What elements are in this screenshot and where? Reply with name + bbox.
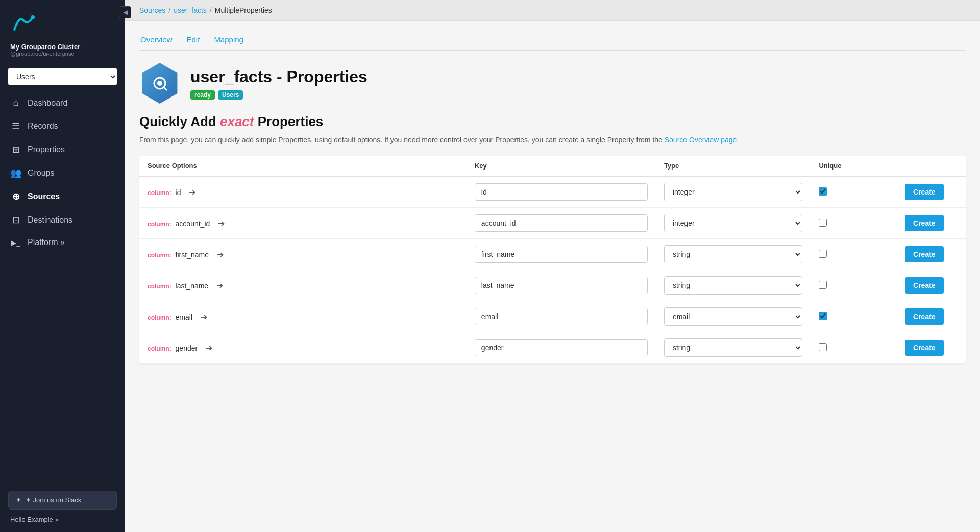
key-cell — [467, 239, 656, 270]
arrow-icon: ➔ — [201, 312, 207, 321]
sidebar-bottom: ✦ ✦ Join us on Slack Hello Example » — [0, 482, 125, 532]
type-select[interactable]: integerstringemailfloatbooleandate — [664, 183, 803, 201]
type-select[interactable]: integerstringemailfloatbooleandate — [664, 276, 803, 295]
breadcrumb-sep-1: / — [168, 6, 170, 14]
arrow-icon: ➔ — [217, 250, 224, 259]
sidebar-item-sources[interactable]: ⊕ Sources — [0, 185, 125, 208]
key-cell — [467, 208, 656, 239]
create-button[interactable]: Create — [905, 215, 944, 231]
breadcrumb-sources[interactable]: Sources — [139, 6, 165, 14]
breadcrumb-current: MultipleProperties — [215, 6, 272, 14]
tab-mapping[interactable]: Mapping — [213, 31, 244, 51]
source-options-cell: column: last_name ➔ — [139, 270, 467, 301]
table-row: column: email ➔ integerstringemailfloatb… — [139, 301, 966, 332]
tab-overview[interactable]: Overview — [139, 31, 174, 51]
sidebar-item-label: Platform » — [28, 238, 65, 247]
key-input[interactable] — [475, 277, 648, 294]
type-cell: integerstringemailfloatbooleandate — [656, 208, 811, 239]
action-cell: Create — [897, 208, 966, 239]
key-cell — [467, 301, 656, 332]
key-cell — [467, 332, 656, 364]
source-icon — [139, 63, 180, 104]
unique-cell — [811, 176, 897, 208]
hello-link[interactable]: Hello Example » — [8, 516, 61, 523]
action-cell: Create — [897, 332, 966, 364]
table-row: column: account_id ➔ integerstringemailf… — [139, 208, 966, 239]
unique-cell — [811, 208, 897, 239]
logo-area: My Grouparoo Cluster @grouparoo/ui-enter… — [0, 0, 125, 62]
source-options-cell: column: first_name ➔ — [139, 239, 467, 270]
quick-add-title: Quickly Add exact Properties — [139, 114, 966, 130]
key-cell — [467, 176, 656, 208]
unique-checkbox[interactable] — [819, 219, 827, 227]
key-input[interactable] — [475, 308, 648, 325]
sidebar-item-label: Properties — [28, 145, 65, 154]
sidebar-item-platform[interactable]: ▶_ Platform » — [0, 232, 125, 253]
unique-cell — [811, 301, 897, 332]
properties-table: Source Options Key Type Unique column: i… — [139, 156, 966, 364]
type-cell: integerstringemailfloatbooleandate — [656, 301, 811, 332]
table-row: column: id ➔ integerstringemailfloatbool… — [139, 176, 966, 208]
unique-checkbox[interactable] — [819, 343, 827, 351]
column-name: last_name — [176, 282, 209, 290]
unique-checkbox[interactable] — [819, 281, 827, 289]
slack-icon: ✦ — [16, 496, 21, 504]
tenant-select[interactable]: Users — [8, 68, 117, 85]
arrow-icon: ➔ — [206, 344, 212, 352]
action-cell: Create — [897, 176, 966, 208]
type-select[interactable]: integerstringemailfloatbooleandate — [664, 338, 803, 357]
content-area: Overview Edit Mapping user_facts - Prope… — [125, 21, 980, 532]
sidebar-item-groups[interactable]: 👥 Groups — [0, 161, 125, 185]
records-icon: ☰ — [10, 120, 21, 132]
create-button[interactable]: Create — [905, 184, 944, 200]
sidebar-item-records[interactable]: ☰ Records — [0, 114, 125, 138]
key-input[interactable] — [475, 246, 648, 263]
tab-edit[interactable]: Edit — [186, 31, 201, 51]
key-input[interactable] — [475, 183, 648, 201]
platform-icon: ▶_ — [10, 239, 21, 247]
type-cell: integerstringemailfloatbooleandate — [656, 239, 811, 270]
create-button[interactable]: Create — [905, 340, 944, 356]
action-cell: Create — [897, 301, 966, 332]
unique-checkbox[interactable] — [819, 312, 827, 320]
create-button[interactable]: Create — [905, 246, 944, 262]
sidebar-item-label: Records — [28, 122, 58, 131]
sidebar-item-label: Dashboard — [28, 99, 67, 108]
th-unique: Unique — [811, 156, 897, 176]
create-button[interactable]: Create — [905, 308, 944, 325]
type-select[interactable]: integerstringemailfloatbooleandate — [664, 214, 803, 232]
source-overview-link[interactable]: Source Overview page. — [665, 136, 739, 144]
type-cell: integerstringemailfloatbooleandate — [656, 270, 811, 301]
slack-btn-label: ✦ Join us on Slack — [26, 496, 81, 504]
cluster-sub: @grouparoo/ui-enterprise — [10, 51, 75, 57]
sidebar-collapse-button[interactable]: ◀ — [119, 6, 131, 18]
quick-add-description: From this page, you can quickly add simp… — [139, 135, 966, 146]
unique-checkbox[interactable] — [819, 250, 827, 258]
badge-row: ready Users — [190, 90, 368, 100]
create-button[interactable]: Create — [905, 277, 944, 294]
key-input[interactable] — [475, 339, 648, 356]
sidebar-item-dashboard[interactable]: ⌂ Dashboard — [0, 91, 125, 114]
source-options-cell: column: id ➔ — [139, 176, 467, 208]
column-label: column: — [148, 314, 172, 321]
unique-checkbox[interactable] — [819, 187, 827, 196]
sources-icon: ⊕ — [10, 191, 21, 202]
svg-point-0 — [31, 15, 35, 19]
unique-cell — [811, 332, 897, 364]
type-select[interactable]: integerstringemailfloatbooleandate — [664, 245, 803, 263]
join-slack-button[interactable]: ✦ ✦ Join us on Slack — [8, 491, 117, 510]
column-name: account_id — [176, 220, 210, 228]
sidebar-item-properties[interactable]: ⊞ Properties — [0, 138, 125, 161]
type-select[interactable]: integerstringemailfloatbooleandate — [664, 307, 803, 326]
logo-icon — [10, 10, 37, 39]
table-row: column: gender ➔ integerstringemailfloat… — [139, 332, 966, 364]
sidebar-item-destinations[interactable]: ⊡ Destinations — [0, 208, 125, 232]
quick-add-prefix: Quickly Add — [139, 114, 220, 129]
key-cell — [467, 270, 656, 301]
breadcrumb-user-facts[interactable]: user_facts — [174, 6, 207, 14]
dashboard-icon: ⌂ — [10, 98, 21, 108]
key-input[interactable] — [475, 214, 648, 232]
column-label: column: — [148, 283, 172, 290]
action-cell: Create — [897, 270, 966, 301]
th-type: Type — [656, 156, 811, 176]
